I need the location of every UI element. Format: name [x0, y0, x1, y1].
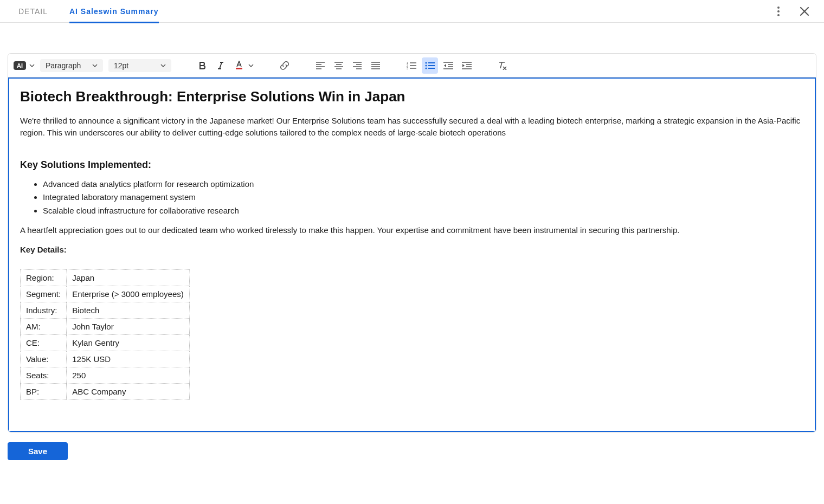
unordered-list-button[interactable]	[422, 57, 438, 74]
svg-line-5	[220, 62, 222, 69]
table-row[interactable]: Seats:250	[21, 367, 190, 383]
solutions-list-item[interactable]: Integrated laboratory management system	[43, 191, 804, 204]
appreciation-paragraph[interactable]: A heartfelt appreciation goes out to our…	[20, 224, 804, 236]
align-center-icon	[334, 62, 343, 69]
text-color-icon	[234, 61, 244, 70]
svg-point-0	[777, 7, 780, 9]
more-options-button[interactable]	[770, 3, 787, 20]
save-button[interactable]: Save	[8, 442, 68, 460]
font-size-select[interactable]: 12pt	[108, 59, 171, 72]
detail-key[interactable]: AM:	[21, 318, 67, 334]
svg-point-1	[777, 10, 780, 12]
svg-point-37	[425, 64, 427, 66]
detail-key[interactable]: Segment:	[21, 286, 67, 302]
bold-icon	[198, 61, 207, 70]
align-right-icon	[353, 62, 362, 69]
align-justify-icon	[371, 62, 380, 69]
ai-dropdown[interactable]	[29, 64, 35, 67]
ai-button[interactable]: AI	[14, 61, 26, 70]
detail-value[interactable]: 125K USD	[67, 351, 190, 367]
key-details-table[interactable]: Region:JapanSegment:Enterprise (> 3000 e…	[20, 269, 190, 400]
close-button[interactable]	[796, 3, 813, 20]
detail-key[interactable]: BP:	[21, 383, 67, 399]
detail-key[interactable]: Value:	[21, 351, 67, 367]
table-row[interactable]: Industry:Biotech	[21, 302, 190, 318]
tab-ai-saleswin-summary[interactable]: AI Saleswin Summary	[69, 0, 159, 23]
table-row[interactable]: AM:John Taylor	[21, 318, 190, 334]
chevron-down-icon	[248, 64, 254, 67]
action-row: Save	[0, 432, 824, 470]
align-center-button[interactable]	[331, 57, 347, 74]
bold-button[interactable]	[194, 57, 210, 74]
document-title[interactable]: Biotech Breakthrough: Enterprise Solutio…	[20, 88, 804, 105]
outdent-icon	[443, 62, 453, 69]
detail-key[interactable]: Industry:	[21, 302, 67, 318]
ordered-list-button[interactable]: 123	[403, 57, 420, 74]
svg-point-2	[777, 14, 780, 16]
align-left-icon	[316, 62, 325, 69]
chevron-down-icon	[92, 64, 98, 67]
detail-value[interactable]: Japan	[67, 269, 190, 286]
solutions-heading[interactable]: Key Solutions Implemented:	[20, 159, 804, 171]
svg-text:3: 3	[407, 67, 408, 69]
detail-key[interactable]: Region:	[21, 269, 67, 286]
table-row[interactable]: BP:ABC Company	[21, 383, 190, 399]
indent-button[interactable]	[459, 57, 475, 74]
clear-formatting-button[interactable]	[494, 57, 511, 74]
solutions-list[interactable]: Advanced data analytics platform for res…	[20, 178, 804, 217]
detail-value[interactable]: John Taylor	[67, 318, 190, 334]
kebab-icon	[777, 7, 780, 16]
chevron-down-icon	[160, 64, 166, 67]
align-left-button[interactable]	[312, 57, 329, 74]
detail-value[interactable]: Enterprise (> 3000 employees)	[67, 286, 190, 302]
solutions-list-item[interactable]: Advanced data analytics platform for res…	[43, 178, 804, 191]
outdent-button[interactable]	[440, 57, 456, 74]
align-justify-button[interactable]	[368, 57, 384, 74]
unordered-list-icon	[425, 62, 435, 69]
tab-detail[interactable]: DETAIL	[18, 0, 48, 23]
detail-value[interactable]: Kylan Gentry	[67, 334, 190, 351]
detail-key[interactable]: CE:	[21, 334, 67, 351]
table-row[interactable]: Value:125K USD	[21, 351, 190, 367]
align-right-button[interactable]	[349, 57, 365, 74]
intro-paragraph[interactable]: We're thrilled to announce a significant…	[20, 115, 804, 139]
close-icon	[800, 7, 809, 16]
indent-icon	[462, 62, 472, 69]
block-format-select[interactable]: Paragraph	[40, 59, 103, 72]
table-row[interactable]: Segment:Enterprise (> 3000 employees)	[21, 286, 190, 302]
rich-text-editor: AI Paragraph 12pt	[8, 53, 816, 432]
svg-point-38	[425, 67, 427, 69]
link-button[interactable]	[276, 57, 293, 74]
svg-rect-6	[236, 68, 242, 69]
tab-bar: DETAIL AI Saleswin Summary	[0, 0, 824, 23]
solutions-list-item[interactable]: Scalable cloud infrastructure for collab…	[43, 205, 804, 217]
table-row[interactable]: CE:Kylan Gentry	[21, 334, 190, 351]
italic-button[interactable]	[213, 57, 229, 74]
detail-value[interactable]: 250	[67, 367, 190, 383]
link-icon	[280, 61, 289, 70]
svg-point-36	[425, 62, 427, 63]
font-size-value: 12pt	[114, 61, 128, 70]
ai-label: AI	[17, 62, 23, 69]
detail-value[interactable]: Biotech	[67, 302, 190, 318]
detail-value[interactable]: ABC Company	[67, 383, 190, 399]
table-row[interactable]: Region:Japan	[21, 269, 190, 286]
detail-key[interactable]: Seats:	[21, 367, 67, 383]
key-details-label[interactable]: Key Details:	[20, 245, 804, 254]
editor-toolbar: AI Paragraph 12pt	[8, 54, 816, 77]
chevron-down-icon	[29, 64, 35, 67]
ordered-list-icon: 123	[407, 62, 416, 69]
block-format-value: Paragraph	[46, 61, 81, 70]
clear-formatting-icon	[498, 61, 507, 70]
text-color-dropdown[interactable]	[248, 64, 254, 67]
text-color-button[interactable]	[231, 57, 247, 74]
editor-content-area[interactable]: Biotech Breakthrough: Enterprise Solutio…	[8, 77, 816, 432]
italic-icon	[216, 61, 225, 70]
